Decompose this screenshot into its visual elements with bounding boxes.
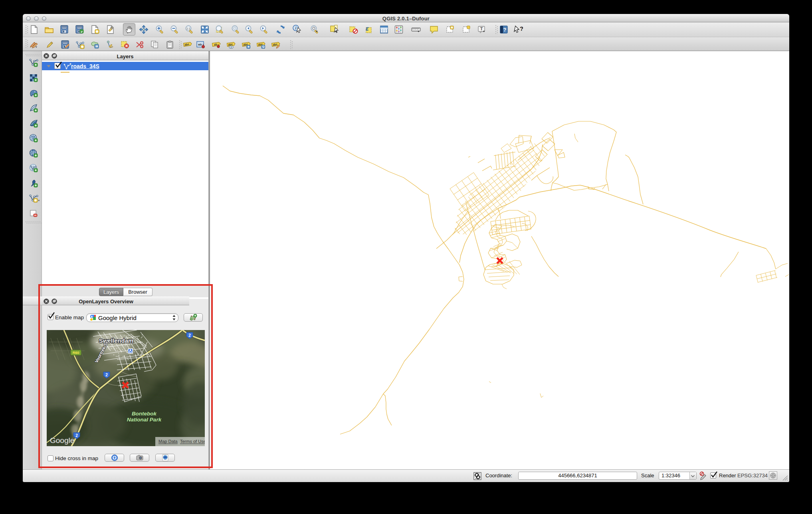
svg-text:i: i bbox=[295, 26, 297, 30]
svg-text:ab: ab bbox=[198, 43, 202, 46]
svg-text:T: T bbox=[480, 26, 483, 31]
svg-text:ε: ε bbox=[366, 25, 369, 32]
svg-text:ab: ab bbox=[214, 43, 217, 46]
svg-text:?: ? bbox=[503, 27, 507, 33]
svg-text:?: ? bbox=[520, 25, 523, 32]
svg-text:1:1: 1:1 bbox=[186, 27, 190, 30]
